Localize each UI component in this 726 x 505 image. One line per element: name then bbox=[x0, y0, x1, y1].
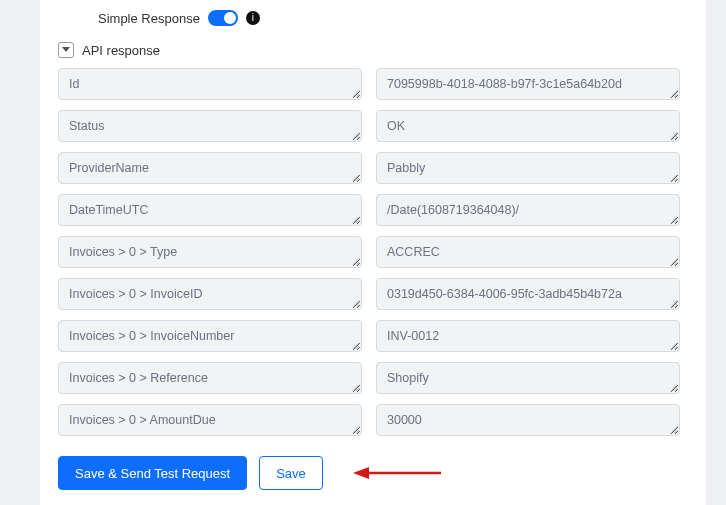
response-scroll-area[interactable]: Id 7095998b-4018-4088-b97f-3c1e5a64b20d … bbox=[58, 68, 688, 446]
chevron-down-icon[interactable] bbox=[58, 42, 74, 58]
response-row: Invoices > 0 > Reference Shopify bbox=[58, 362, 680, 394]
response-key-field[interactable]: Invoices > 0 > InvoiceID bbox=[58, 278, 362, 310]
simple-response-row: Simple Response i bbox=[58, 8, 688, 34]
save-send-test-button[interactable]: Save & Send Test Request bbox=[58, 456, 247, 490]
response-row: Invoices > 0 > Type ACCREC bbox=[58, 236, 680, 268]
api-response-label: API response bbox=[82, 43, 160, 58]
response-key-field[interactable]: ProviderName bbox=[58, 152, 362, 184]
response-row: Status OK bbox=[58, 110, 680, 142]
svg-marker-1 bbox=[353, 467, 369, 479]
response-key-field[interactable]: Invoices > 0 > Reference bbox=[58, 362, 362, 394]
simple-response-toggle[interactable] bbox=[208, 10, 238, 26]
response-key-field[interactable]: Status bbox=[58, 110, 362, 142]
save-button[interactable]: Save bbox=[259, 456, 323, 490]
response-row: Id 7095998b-4018-4088-b97f-3c1e5a64b20d bbox=[58, 68, 680, 100]
response-value-field[interactable]: Pabbly bbox=[376, 152, 680, 184]
response-value-field[interactable]: Shopify bbox=[376, 362, 680, 394]
response-row: Invoices > 0 > InvoiceNumber INV-0012 bbox=[58, 320, 680, 352]
response-key-field[interactable]: Invoices > 0 > AmountDue bbox=[58, 404, 362, 436]
simple-response-label: Simple Response bbox=[98, 11, 200, 26]
info-icon[interactable]: i bbox=[246, 11, 260, 25]
response-value-field[interactable]: 0319d450-6384-4006-95fc-3adb45b4b72a bbox=[376, 278, 680, 310]
response-value-field[interactable]: 30000 bbox=[376, 404, 680, 436]
response-row: Invoices > 0 > AmountDue 30000 bbox=[58, 404, 680, 436]
response-value-field[interactable]: 7095998b-4018-4088-b97f-3c1e5a64b20d bbox=[376, 68, 680, 100]
response-key-field[interactable]: Invoices > 0 > InvoiceNumber bbox=[58, 320, 362, 352]
response-row: Invoices > 0 > InvoiceID 0319d450-6384-4… bbox=[58, 278, 680, 310]
response-key-field[interactable]: Invoices > 0 > Type bbox=[58, 236, 362, 268]
response-value-field[interactable]: OK bbox=[376, 110, 680, 142]
response-value-field[interactable]: /Date(1608719364048)/ bbox=[376, 194, 680, 226]
arrow-left-icon bbox=[353, 465, 443, 481]
response-value-field[interactable]: INV-0012 bbox=[376, 320, 680, 352]
response-key-field[interactable]: Id bbox=[58, 68, 362, 100]
button-row: Save & Send Test Request Save bbox=[58, 446, 688, 490]
response-row: ProviderName Pabbly bbox=[58, 152, 680, 184]
response-key-field[interactable]: DateTimeUTC bbox=[58, 194, 362, 226]
response-row: DateTimeUTC /Date(1608719364048)/ bbox=[58, 194, 680, 226]
response-card: Simple Response i API response Id 709599… bbox=[40, 0, 706, 505]
response-value-field[interactable]: ACCREC bbox=[376, 236, 680, 268]
api-response-header: API response bbox=[58, 34, 688, 68]
